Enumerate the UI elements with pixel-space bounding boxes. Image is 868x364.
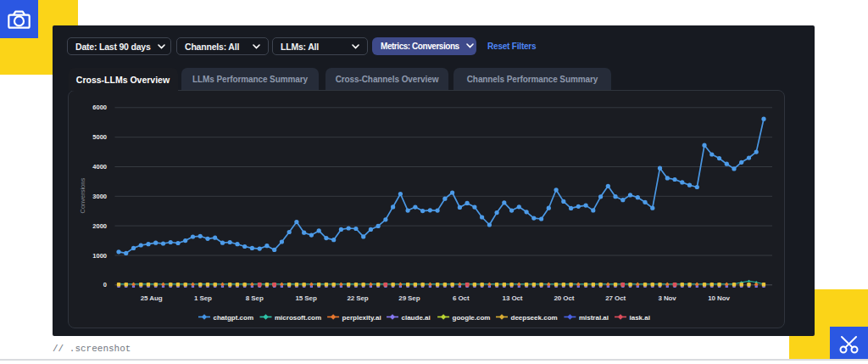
svg-text:deepseek.com: deepseek.com — [511, 314, 558, 322]
svg-text:1000: 1000 — [92, 252, 107, 260]
svg-text:10 Nov: 10 Nov — [708, 294, 730, 302]
svg-text:6 Oct: 6 Oct — [453, 294, 470, 302]
svg-text:microsoft.com: microsoft.com — [275, 314, 321, 322]
svg-text:15 Sep: 15 Sep — [295, 294, 316, 302]
svg-text:27 Oct: 27 Oct — [605, 294, 626, 302]
svg-text:mistral.ai: mistral.ai — [579, 314, 609, 322]
svg-text:perplexity.ai: perplexity.ai — [342, 314, 381, 322]
svg-text:Conversions: Conversions — [79, 178, 86, 214]
svg-text:5000: 5000 — [92, 133, 107, 141]
svg-text:8 Sep: 8 Sep — [246, 294, 264, 302]
svg-text:chatgpt.com: chatgpt.com — [214, 314, 254, 322]
svg-text:22 Sep: 22 Sep — [347, 294, 368, 302]
svg-text:3000: 3000 — [92, 193, 107, 200]
svg-text:claude.ai: claude.ai — [402, 314, 431, 322]
svg-text:4000: 4000 — [92, 163, 107, 171]
svg-text:29 Sep: 29 Sep — [398, 294, 420, 302]
svg-text:25 Aug: 25 Aug — [141, 294, 163, 302]
svg-text:6000: 6000 — [92, 104, 107, 111]
svg-text:0: 0 — [103, 281, 107, 288]
svg-text:2000: 2000 — [92, 222, 107, 230]
svg-text:google.com: google.com — [453, 314, 491, 322]
svg-text:13 Oct: 13 Oct — [503, 294, 523, 302]
svg-text:3 Nov: 3 Nov — [658, 294, 676, 302]
svg-text:20 Oct: 20 Oct — [554, 294, 574, 302]
svg-text:1 Sep: 1 Sep — [194, 294, 212, 302]
svg-text:iask.ai: iask.ai — [630, 314, 650, 322]
